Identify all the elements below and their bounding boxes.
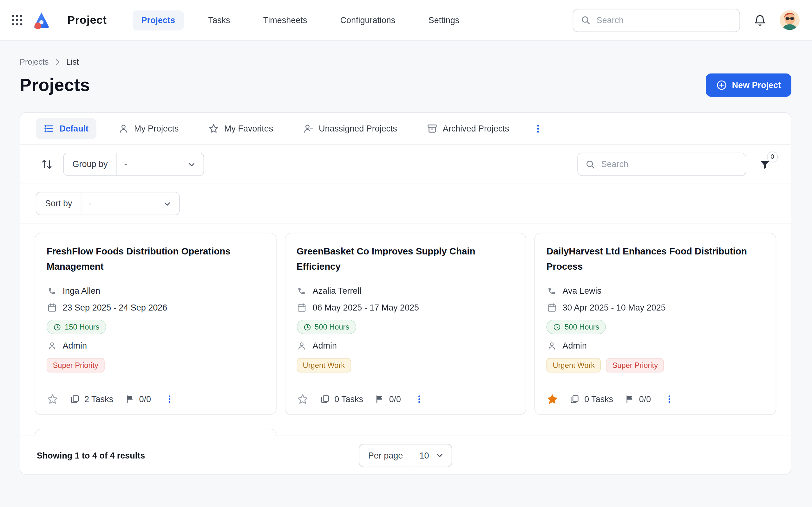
- nav-item-projects[interactable]: Projects: [133, 10, 184, 31]
- panel-search-input[interactable]: [601, 159, 739, 169]
- nav-item-configurations[interactable]: Configurations: [332, 10, 404, 31]
- hours-value: 500 Hours: [565, 323, 599, 331]
- projects-panel: Default My Projects My Favorites: [20, 112, 792, 475]
- nav-item-timesheets[interactable]: Timesheets: [254, 10, 316, 31]
- chevron-down-icon: [163, 199, 172, 208]
- results-summary: Showing 1 to 4 of 4 results: [37, 450, 145, 460]
- person-unassigned-icon: [303, 123, 313, 134]
- person-icon: [47, 341, 57, 351]
- flags-count-label: 0/0: [139, 394, 151, 404]
- search-icon: [580, 15, 591, 25]
- flags-count[interactable]: 0/0: [374, 394, 401, 404]
- card-kebab-icon[interactable]: [415, 394, 424, 404]
- tasks-count-label: 2 Tasks: [84, 394, 113, 404]
- date-range: 23 Sep 2025 - 24 Sep 2026: [63, 303, 167, 313]
- person-icon: [118, 123, 129, 134]
- group-by-select[interactable]: -: [116, 153, 203, 175]
- apps-grid-icon[interactable]: [10, 13, 24, 26]
- flag-icon: [374, 394, 385, 404]
- project-card[interactable]: DailyHarvest Ltd Enhances Food Distribut…: [535, 233, 776, 415]
- favorite-star-icon[interactable]: [547, 393, 559, 405]
- project-card[interactable]: GreenBasket Co Improves Supply Chain Eff…: [285, 233, 526, 415]
- person-icon: [547, 341, 557, 351]
- app-logo[interactable]: [32, 11, 51, 30]
- tasks-count-label: 0 Tasks: [584, 394, 613, 404]
- per-page-value: 10: [419, 450, 429, 460]
- owner-row: Admin: [547, 341, 764, 351]
- tab-default-label: Default: [60, 124, 89, 133]
- sort-by-value: -: [89, 199, 92, 209]
- tab-archived-projects-label: Archived Projects: [443, 124, 509, 133]
- tab-my-favorites-label: My Favorites: [224, 124, 273, 133]
- tasks-count[interactable]: 2 Tasks: [70, 394, 113, 404]
- tags-row: Urgent Work Super Priority: [547, 358, 764, 373]
- sort-by-label: Sort by: [36, 199, 81, 209]
- global-search-input[interactable]: [597, 15, 732, 25]
- date-range: 06 May 2025 - 17 May 2025: [313, 303, 419, 313]
- page-title: Projects: [20, 75, 90, 95]
- top-nav: Project Projects Tasks Timesheets Config…: [0, 0, 812, 41]
- page-header: Projects New Project: [20, 73, 792, 97]
- project-card[interactable]: FreshFlow Foods Distribution Operations …: [35, 233, 276, 415]
- breadcrumb-list: List: [66, 57, 79, 66]
- global-search: [573, 9, 740, 32]
- hours-row: 150 Hours: [47, 320, 264, 334]
- owner-name: Admin: [563, 341, 587, 351]
- tabs-overflow-kebab-icon[interactable]: [531, 121, 546, 136]
- card-kebab-icon[interactable]: [164, 394, 174, 404]
- project-card-clipped[interactable]: [35, 429, 276, 435]
- owner-row: Admin: [47, 341, 264, 351]
- phone-icon: [47, 286, 57, 296]
- flags-count[interactable]: 0/0: [125, 394, 151, 404]
- star-icon: [208, 123, 219, 134]
- sort-row: Sort by -: [20, 184, 791, 223]
- flag-icon: [125, 394, 135, 404]
- sort-by-select[interactable]: -: [81, 192, 179, 215]
- owner-row: Admin: [297, 341, 514, 351]
- hours-badge: 500 Hours: [297, 320, 356, 334]
- favorite-star-icon[interactable]: [297, 393, 309, 405]
- bell-icon[interactable]: [754, 14, 767, 26]
- contact-row: Inga Allen: [47, 286, 264, 296]
- project-title: DailyHarvest Ltd Enhances Food Distribut…: [547, 244, 764, 274]
- group-by-value: -: [124, 159, 127, 169]
- tab-default[interactable]: Default: [36, 118, 96, 139]
- sort-arrows-icon[interactable]: [41, 158, 53, 170]
- project-cards: FreshFlow Foods Distribution Operations …: [20, 223, 791, 436]
- owner-name: Admin: [63, 341, 87, 351]
- chevron-down-icon: [187, 160, 196, 169]
- main-nav: Projects Tasks Timesheets Configurations…: [133, 10, 468, 31]
- tab-my-favorites[interactable]: My Favorites: [200, 118, 281, 139]
- card-footer: 2 Tasks 0/0: [47, 384, 264, 405]
- panel-footer: Showing 1 to 4 of 4 results Per page 10: [20, 436, 791, 474]
- tab-my-projects[interactable]: My Projects: [110, 118, 187, 139]
- nav-item-settings[interactable]: Settings: [420, 10, 468, 31]
- tasks-count[interactable]: 0 Tasks: [570, 394, 613, 404]
- breadcrumb-projects[interactable]: Projects: [20, 57, 49, 66]
- dates-row: 06 May 2025 - 17 May 2025: [297, 303, 514, 313]
- filter-icon[interactable]: 0: [759, 158, 771, 170]
- person-icon: [297, 341, 307, 351]
- new-project-button[interactable]: New Project: [706, 73, 792, 97]
- flags-count-label: 0/0: [639, 394, 651, 404]
- project-title: GreenBasket Co Improves Supply Chain Eff…: [297, 244, 514, 274]
- tags-row: Urgent Work: [297, 358, 514, 373]
- per-page-select[interactable]: 10: [412, 444, 452, 466]
- new-project-label: New Project: [732, 80, 781, 90]
- priority-tag: Super Priority: [47, 358, 105, 373]
- search-icon: [585, 159, 596, 170]
- flags-count[interactable]: 0/0: [624, 394, 651, 404]
- tab-archived-projects[interactable]: Archived Projects: [419, 118, 517, 139]
- card-kebab-icon[interactable]: [664, 394, 674, 404]
- contact-name: Azalia Terrell: [313, 286, 362, 296]
- tab-unassigned-projects[interactable]: Unassigned Projects: [295, 118, 405, 139]
- nav-item-tasks[interactable]: Tasks: [200, 10, 239, 31]
- calendar-icon: [47, 303, 57, 313]
- priority-tag: Super Priority: [606, 358, 664, 373]
- favorite-star-icon[interactable]: [47, 393, 59, 405]
- avatar[interactable]: [780, 10, 800, 30]
- clock-icon: [53, 323, 61, 331]
- tasks-count[interactable]: 0 Tasks: [320, 394, 363, 404]
- tasks-count-label: 0 Tasks: [334, 394, 363, 404]
- nav-right: [573, 9, 800, 32]
